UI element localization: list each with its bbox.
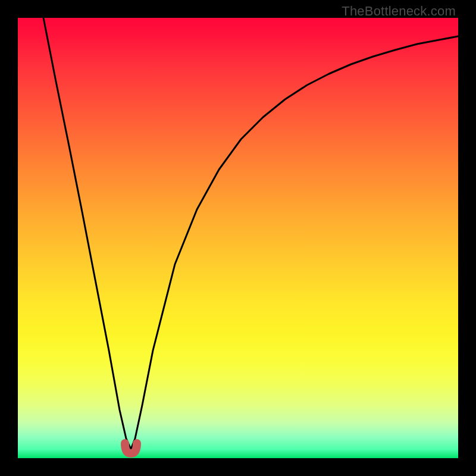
chart-curve-layer (18, 18, 458, 458)
chart-frame: TheBottleneck.com (0, 0, 476, 476)
watermark-text: TheBottleneck.com (342, 4, 456, 19)
bottleneck-curve-path (43, 18, 458, 449)
